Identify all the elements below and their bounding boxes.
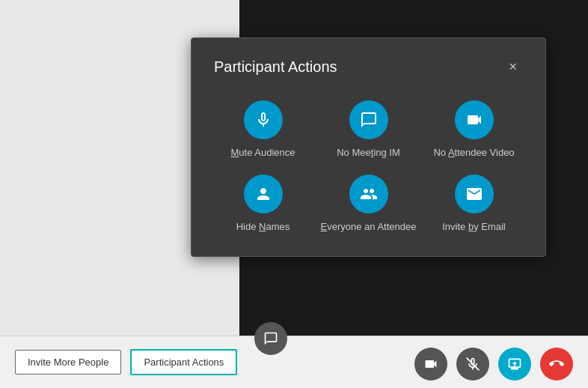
right-controls — [414, 348, 573, 381]
participant-actions-button[interactable]: Participant Actions — [130, 349, 237, 375]
mute-audience-icon — [244, 100, 283, 139]
action-everyone-attendee[interactable]: Everyone an Attendee — [319, 175, 417, 234]
actions-grid: Mute Audience No Meeting IM No Attendee … — [214, 100, 523, 234]
invite-by-email-label: Invite by Email — [442, 221, 506, 234]
invite-by-email-icon — [455, 175, 494, 213]
action-hide-names[interactable]: Hide Names — [214, 175, 312, 234]
mute-audience-label: Mute Audience — [230, 147, 295, 160]
no-attendee-video-label: No Attendee Video — [433, 147, 514, 160]
no-attendee-video-icon — [455, 100, 494, 139]
no-meeting-im-label: No Meeting IM — [337, 147, 400, 160]
mic-button[interactable] — [456, 348, 489, 381]
screen-share-button[interactable] — [498, 348, 531, 381]
action-no-attendee-video[interactable]: No Attendee Video — [425, 100, 523, 160]
hide-names-label: Hide Names — [236, 221, 290, 234]
chat-button[interactable] — [254, 322, 287, 355]
video-button[interactable] — [414, 348, 447, 381]
dialog-title: Participant Actions — [214, 58, 337, 76]
dialog-header: Participant Actions × — [214, 56, 523, 78]
participant-actions-dialog: Participant Actions × Mute Audience — [191, 37, 546, 257]
close-button[interactable]: × — [503, 56, 523, 78]
action-no-meeting-im[interactable]: No Meeting IM — [319, 100, 417, 160]
no-meeting-im-icon — [349, 100, 388, 139]
action-mute-audience[interactable]: Mute Audience — [214, 100, 312, 160]
invite-more-people-button[interactable]: Invite More People — [15, 350, 121, 375]
everyone-attendee-icon — [349, 175, 388, 213]
hide-names-icon — [244, 175, 283, 213]
hang-up-button[interactable] — [540, 348, 573, 381]
everyone-attendee-label: Everyone an Attendee — [321, 221, 417, 234]
chat-area — [254, 322, 287, 355]
action-invite-by-email[interactable]: Invite by Email — [425, 175, 523, 234]
